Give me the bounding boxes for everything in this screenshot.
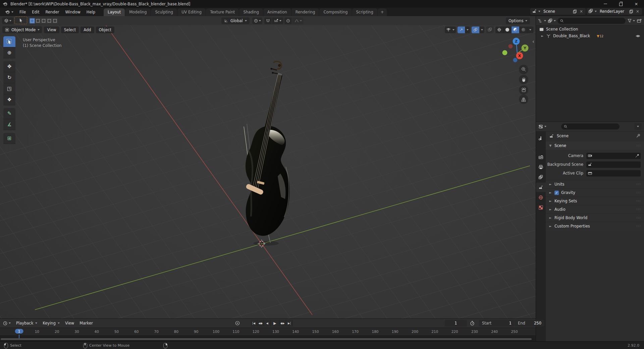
editor-type-properties-button[interactable]	[538, 124, 546, 129]
perspective-ortho-button[interactable]	[519, 95, 528, 104]
frame-tick-150[interactable]: 150	[312, 330, 319, 334]
frame-tick-30[interactable]: 30	[74, 330, 79, 334]
toolbar-tool-scale[interactable]: ◳	[3, 83, 15, 94]
pin-icon[interactable]	[636, 134, 641, 138]
expand-arrow-icon[interactable]: ►	[541, 34, 544, 38]
tab-tool[interactable]	[536, 134, 546, 143]
axis-x-ball[interactable]: X	[516, 52, 523, 59]
panel-drag-dots[interactable]: ∷∷	[637, 183, 641, 186]
tab-output[interactable]	[536, 162, 546, 172]
workspace-tab-animation[interactable]: Animation	[263, 8, 291, 16]
new-scene-icon[interactable]	[573, 9, 577, 14]
frame-tick-170[interactable]: 170	[352, 330, 359, 334]
panel-rigid-body-world[interactable]: ►Rigid Body World∷∷	[546, 213, 644, 222]
frame-tick-90[interactable]: 90	[194, 330, 198, 334]
auto-keying-toggle[interactable]	[235, 320, 240, 327]
axis-neg-x-ball[interactable]	[502, 50, 507, 55]
timeline-menu-view[interactable]: View	[62, 320, 77, 326]
render-layer-selector[interactable]: RenderLayer ×	[587, 8, 642, 15]
menu-window[interactable]: Window	[62, 9, 83, 15]
workspace-tab-layout[interactable]: Layout	[104, 8, 125, 16]
new-layer-icon[interactable]	[629, 9, 634, 14]
axis-neg-y-ball[interactable]	[508, 44, 513, 49]
select-mode-subtract[interactable]	[41, 18, 46, 23]
frame-tick-140[interactable]: 140	[292, 330, 299, 334]
gravity-checkbox[interactable]: ✓	[554, 191, 559, 195]
frame-tick-70[interactable]: 70	[154, 330, 158, 334]
background-scene-field[interactable]	[586, 161, 641, 168]
panel-custom-properties[interactable]: ►Custom Properties∷∷	[546, 222, 644, 230]
tab-render[interactable]	[536, 152, 546, 162]
frame-tick-160[interactable]: 160	[332, 330, 339, 334]
outliner-display-mode-button[interactable]	[548, 18, 556, 23]
panel-drag-dots[interactable]: ∷∷	[637, 216, 641, 219]
play-button[interactable]: ▶	[271, 320, 279, 327]
shading-rendered-button[interactable]	[520, 27, 528, 33]
frame-tick-180[interactable]: 180	[372, 330, 378, 334]
toolbar-tool-select-box[interactable]	[3, 36, 15, 47]
new-collection-button[interactable]	[637, 18, 642, 23]
frame-start-field[interactable]: Start1	[479, 320, 515, 327]
properties-search-input[interactable]	[561, 123, 620, 130]
toolbar-tool-cursor[interactable]: ⊕	[3, 47, 15, 58]
shading-material-preview-button[interactable]	[512, 27, 520, 33]
frame-tick-110[interactable]: 110	[232, 330, 239, 334]
viewport-menu-add[interactable]: Add	[80, 27, 94, 33]
transform-orientation-dropdown[interactable]: Global	[221, 17, 250, 24]
select-mode-new[interactable]	[30, 18, 35, 23]
minimize-button[interactable]	[598, 0, 613, 8]
panel-keying-sets[interactable]: ►Keying Sets∷∷	[546, 197, 644, 205]
unlink-scene-icon[interactable]: ×	[579, 9, 584, 14]
jump-to-start-button[interactable]: |◀	[251, 320, 257, 327]
frame-tick-240[interactable]: 240	[491, 330, 498, 334]
frame-tick-200[interactable]: 200	[412, 330, 418, 334]
shading-solid-button[interactable]	[503, 27, 512, 33]
scene-name[interactable]: Scene	[542, 9, 571, 14]
render-layer-name[interactable]: RenderLayer	[598, 9, 628, 14]
shading-dropdown[interactable]	[528, 27, 533, 33]
viewport-menu-select[interactable]: Select	[61, 27, 79, 33]
menu-edit[interactable]: Edit	[29, 9, 42, 15]
snap-settings-dropdown[interactable]	[272, 17, 283, 24]
xray-toggle[interactable]	[486, 27, 494, 33]
pivot-point-dropdown[interactable]	[252, 17, 262, 24]
panel-drag-dots[interactable]: ∷∷	[637, 191, 641, 194]
panel-units[interactable]: ►Units∷∷	[546, 180, 644, 188]
editor-type-outliner-button[interactable]	[538, 18, 546, 23]
proportional-editing-toggle[interactable]	[284, 17, 292, 24]
outliner-search-input[interactable]	[557, 18, 626, 24]
maximize-button[interactable]	[613, 0, 629, 8]
panel-drag-dots[interactable]: ∷∷	[637, 144, 641, 147]
frame-tick-220[interactable]: 220	[451, 330, 458, 334]
workspace-tab-rendering[interactable]: Rendering	[291, 8, 319, 16]
frame-tick-210[interactable]: 210	[431, 330, 438, 334]
toolbar-tool-measure[interactable]: ∡	[3, 119, 15, 130]
select-mode-intersect[interactable]	[52, 18, 58, 23]
outliner-row-object[interactable]: ► Double_Bass_Black ▼12	[536, 33, 644, 39]
outliner-row-scene-collection[interactable]: Scene Collection	[536, 26, 644, 33]
frame-end-field[interactable]: End250	[515, 320, 544, 327]
hide-eye-icon[interactable]	[635, 34, 641, 39]
viewport-3d[interactable]: Object Mode ViewSelectAddObject	[0, 25, 536, 318]
object-visibility-dropdown[interactable]	[445, 27, 456, 33]
timeline-menu-keying[interactable]: Keying	[40, 320, 62, 326]
viewport-menu-view[interactable]: View	[44, 27, 59, 33]
workspace-tab-compositing[interactable]: Compositing	[319, 8, 352, 16]
frame-tick-120[interactable]: 120	[253, 330, 259, 334]
tab-texture[interactable]	[536, 203, 546, 212]
timeline-scrollbar[interactable]	[1, 338, 532, 340]
navigation-gizmo[interactable]: Z Y X	[500, 36, 534, 69]
menu-render[interactable]: Render	[43, 9, 62, 15]
use-preview-range-toggle[interactable]	[470, 320, 475, 327]
scene-selector[interactable]: Scene ×	[530, 8, 586, 15]
panel-drag-dots[interactable]: ∷∷	[637, 225, 641, 228]
frame-tick-10[interactable]: 10	[35, 330, 39, 334]
timeline-menu-marker[interactable]: Marker	[77, 320, 96, 326]
workspace-tab-shading[interactable]: Shading	[239, 8, 263, 16]
panel-gravity[interactable]: ►✓Gravity∷∷	[546, 188, 644, 197]
zoom-view-button[interactable]	[519, 65, 528, 74]
tab-view-layer[interactable]	[536, 172, 546, 182]
scene-panel-header[interactable]: ▼ Scene ∷∷	[546, 142, 644, 150]
toolbar-tool-transform[interactable]: ❖	[3, 94, 15, 105]
object-label[interactable]: Double_Bass_Black	[553, 34, 590, 38]
